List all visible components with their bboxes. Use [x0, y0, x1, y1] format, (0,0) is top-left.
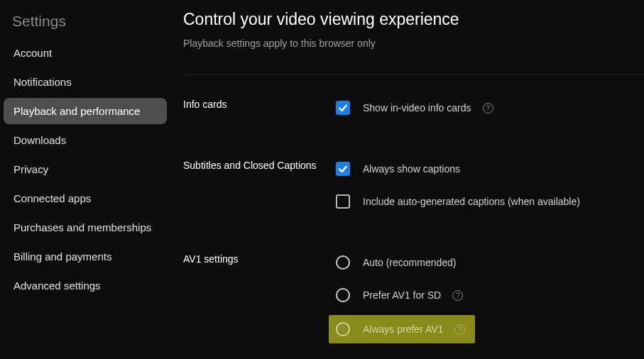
sidebar-item-privacy[interactable]: Privacy — [4, 156, 167, 182]
option-label: Auto (recommended) — [363, 257, 457, 268]
show-info-cards-option[interactable]: Show in-video info cards ? — [336, 95, 644, 121]
sidebar-item-label: Downloads — [13, 134, 66, 146]
section-divider — [183, 74, 644, 75]
radio-icon — [336, 255, 350, 270]
av1-row: AV1 settings Auto (recommended) Prefer A… — [183, 250, 644, 343]
help-icon[interactable]: ? — [452, 290, 463, 301]
radio-icon — [336, 288, 350, 302]
option-label: Show in-video info cards — [363, 102, 471, 114]
sidebar-item-label: Purchases and memberships — [13, 221, 151, 233]
sidebar-item-label: Billing and payments — [13, 250, 111, 263]
settings-sidebar: Settings Account Notifications Playback … — [0, 0, 170, 359]
always-show-captions-option[interactable]: Always show captions — [336, 156, 644, 182]
captions-row: Subtitles and Closed Captions Always sho… — [183, 156, 644, 221]
sidebar-item-purchases-memberships[interactable]: Purchases and memberships — [4, 214, 167, 241]
sidebar-item-downloads[interactable]: Downloads — [4, 127, 167, 153]
info-cards-row: Info cards Show in-video info cards ? — [183, 95, 644, 128]
sidebar-item-label: Playback and performance — [13, 105, 140, 117]
av1-auto-option[interactable]: Auto (recommended) — [336, 250, 644, 275]
sidebar-item-notifications[interactable]: Notifications — [4, 69, 167, 95]
checkbox-icon — [336, 101, 350, 115]
main-content: Control your video viewing experience Pl… — [170, 0, 644, 359]
sidebar-item-playback-performance[interactable]: Playback and performance — [4, 98, 167, 124]
sidebar-item-label: Connected apps — [13, 192, 91, 204]
help-icon[interactable]: ? — [483, 103, 493, 114]
option-label: Prefer AV1 for SD — [363, 289, 441, 301]
av1-content: Auto (recommended) Prefer AV1 for SD ? A… — [336, 250, 644, 343]
av1-label: AV1 settings — [183, 250, 336, 343]
captions-label: Subtitles and Closed Captions — [183, 156, 336, 221]
help-icon[interactable]: ? — [454, 324, 465, 335]
sidebar-item-label: Notifications — [13, 76, 72, 88]
option-label: Always prefer AV1 — [363, 324, 443, 335]
sidebar-item-label: Advanced settings — [13, 280, 101, 292]
sidebar-item-label: Privacy — [13, 163, 48, 175]
sidebar-item-connected-apps[interactable]: Connected apps — [4, 185, 167, 211]
info-cards-content: Show in-video info cards ? — [336, 95, 644, 128]
page-subtitle: Playback settings apply to this browser … — [183, 38, 644, 49]
checkbox-icon — [336, 162, 350, 176]
checkbox-icon — [336, 194, 350, 209]
option-label: Always show captions — [363, 163, 460, 175]
sidebar-item-label: Account — [13, 47, 52, 59]
sidebar-item-account[interactable]: Account — [4, 40, 167, 66]
av1-always-prefer-option[interactable]: Always prefer AV1 ? — [329, 315, 475, 343]
auto-generated-captions-option[interactable]: Include auto-generated captions (when av… — [336, 189, 644, 214]
info-cards-label: Info cards — [183, 95, 336, 128]
captions-content: Always show captions Include auto-genera… — [336, 156, 644, 221]
radio-icon — [336, 322, 350, 336]
page-title: Control your video viewing experience — [183, 10, 644, 29]
av1-prefer-sd-option[interactable]: Prefer AV1 for SD ? — [336, 282, 644, 308]
sidebar-item-billing-payments[interactable]: Billing and payments — [4, 243, 167, 270]
sidebar-title: Settings — [4, 13, 167, 37]
option-label: Include auto-generated captions (when av… — [363, 196, 580, 207]
sidebar-item-advanced-settings[interactable]: Advanced settings — [4, 272, 167, 299]
